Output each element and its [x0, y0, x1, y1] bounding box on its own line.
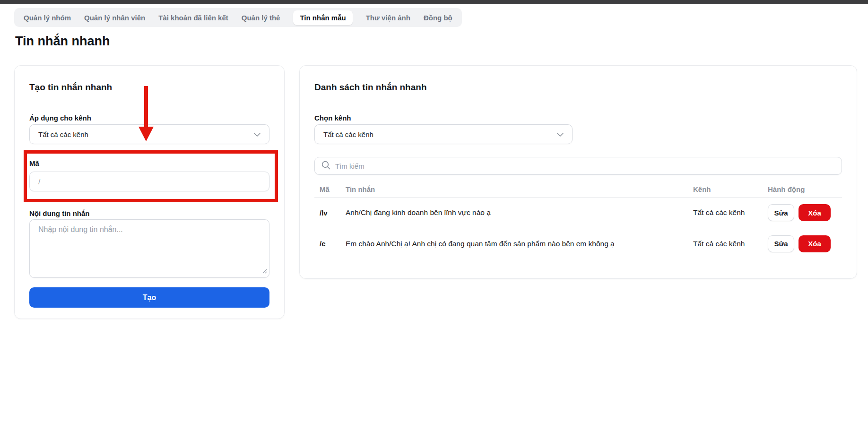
choose-channel-value: Tất cả các kênh	[323, 130, 373, 138]
header-actions: Hành động	[768, 185, 842, 193]
tab-tai-khoan-da-lien-ket[interactable]: Tài khoản đã liên kết	[158, 14, 228, 22]
resize-handle-icon[interactable]	[262, 267, 267, 276]
page-title: Tin nhắn nhanh	[15, 34, 110, 49]
apply-channel-label: Áp dụng cho kênh	[29, 113, 269, 123]
create-message-panel: Tạo tin nhắn nhanh Áp dụng cho kênh Tất …	[14, 65, 285, 319]
message-table: Mã Tin nhắn Kênh Hành động /lv Anh/Chị đ…	[314, 181, 842, 259]
message-content-textarea[interactable]	[29, 219, 269, 278]
message-content-label: Nội dung tin nhắn	[29, 209, 269, 218]
window-top-bar	[0, 0, 868, 4]
header-channel: Kênh	[693, 185, 768, 193]
chevron-down-icon	[557, 130, 564, 138]
list-panel-title: Danh sách tin nhắn nhanh	[314, 82, 842, 93]
edit-button[interactable]: Sửa	[768, 204, 794, 221]
search-field[interactable]	[314, 157, 842, 175]
choose-channel-label: Chọn kênh	[314, 113, 842, 123]
tab-quan-ly-nhom[interactable]: Quản lý nhóm	[24, 14, 71, 22]
search-icon	[321, 161, 330, 172]
row-code: /lv	[320, 209, 346, 217]
edit-button[interactable]: Sửa	[768, 235, 794, 252]
row-channel: Tất cả các kênh	[693, 208, 768, 217]
delete-button[interactable]: Xóa	[799, 204, 831, 221]
row-channel: Tất cả các kênh	[693, 240, 768, 248]
table-header-row: Mã Tin nhắn Kênh Hành động	[314, 181, 842, 198]
choose-channel-select[interactable]: Tất cả các kênh	[314, 124, 573, 144]
tab-dong-bo[interactable]: Đồng bộ	[424, 14, 452, 22]
search-input[interactable]	[335, 162, 835, 170]
code-label: Mã	[29, 159, 269, 168]
row-message: Anh/Chị đang kinh doanh bên lĩnh vực nào…	[346, 208, 693, 217]
tab-quan-ly-nhan-vien[interactable]: Quản lý nhân viên	[84, 14, 145, 22]
header-code: Mã	[320, 185, 346, 193]
tab-thu-vien-anh[interactable]: Thư viện ảnh	[366, 14, 410, 22]
row-code: /c	[320, 240, 346, 248]
delete-button[interactable]: Xóa	[799, 235, 831, 252]
header-message: Tin nhắn	[346, 185, 693, 193]
apply-channel-select[interactable]: Tất cả các kênh	[29, 124, 269, 144]
tab-quan-ly-the[interactable]: Quản lý thẻ	[242, 14, 280, 22]
tab-bar: Quản lý nhóm Quản lý nhân viên Tài khoản…	[14, 8, 462, 27]
table-row: /c Em chào Anh/Chị ạ! Anh chị có đang qu…	[314, 228, 842, 259]
message-list-panel: Danh sách tin nhắn nhanh Chọn kênh Tất c…	[299, 65, 857, 279]
create-button[interactable]: Tạo	[29, 287, 269, 308]
row-message: Em chào Anh/Chị ạ! Anh chị có đang quan …	[346, 240, 693, 248]
create-panel-title: Tạo tin nhắn nhanh	[29, 82, 269, 93]
chevron-down-icon	[254, 130, 260, 138]
apply-channel-value: Tất cả các kênh	[38, 130, 88, 138]
code-input[interactable]	[29, 172, 269, 191]
table-row: /lv Anh/Chị đang kinh doanh bên lĩnh vực…	[314, 198, 842, 228]
tab-tin-nhan-mau[interactable]: Tin nhắn mẫu	[293, 10, 352, 25]
